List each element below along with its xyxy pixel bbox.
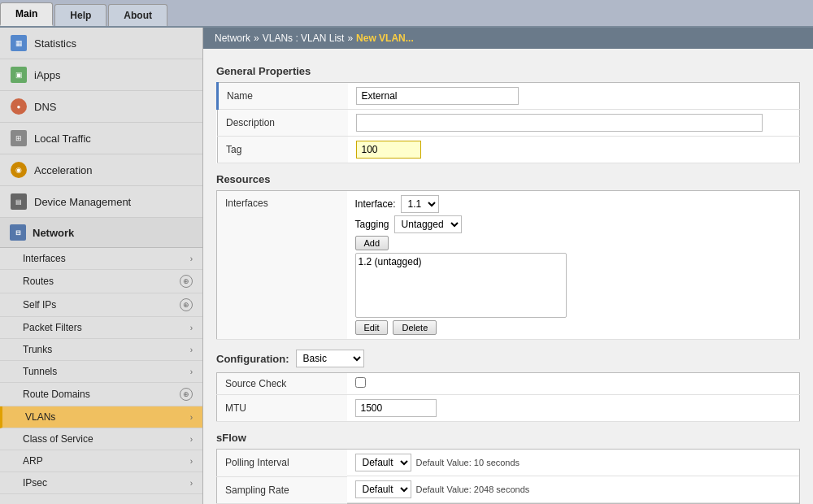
sidebar-item-ipsec[interactable]: IPsec ›	[0, 472, 202, 494]
table-row: Interfaces Interface: 1.1 1.2 1.3	[217, 191, 800, 340]
form-area: General Properties Name Description Tag	[203, 49, 813, 504]
polling-interval-label: Polling Interval	[217, 450, 347, 477]
tag-cell	[348, 137, 800, 163]
stats-icon: ▦	[10, 34, 28, 52]
vlans-label: VLANs	[25, 411, 55, 423]
sampling-rate-cell: Default Default Value: 2048 seconds	[347, 476, 800, 503]
interfaces-label: Interfaces	[23, 253, 66, 264]
description-label: Description	[218, 110, 348, 137]
packet-filters-label: Packet Filters	[23, 322, 82, 333]
ipsec-label: IPsec	[23, 477, 47, 489]
vlans-arrow: ›	[190, 413, 193, 422]
route-domains-circle: ⊕	[180, 388, 193, 401]
source-check-label: Source Check	[217, 373, 347, 395]
packet-filters-arrow: ›	[190, 324, 193, 332]
edit-delete-row: Edit Delete	[355, 320, 792, 335]
sidebar-item-statistics[interactable]: ▦ Statistics	[0, 28, 202, 59]
sidebar-item-arp[interactable]: ARP ›	[0, 450, 202, 472]
sidebar-label-network: Network	[33, 227, 74, 239]
table-row: Description	[218, 110, 800, 137]
interfaces-arrow: ›	[190, 254, 193, 263]
polling-interval-cell: Default Default Value: 10 seconds	[347, 450, 800, 476]
traffic-icon: ⊞	[10, 129, 28, 147]
mtu-cell	[347, 395, 800, 422]
tab-help[interactable]: Help	[54, 4, 107, 26]
description-input[interactable]	[356, 114, 763, 132]
sidebar-item-acceleration[interactable]: ◉ Acceleration	[0, 154, 202, 186]
sampling-rate-select[interactable]: Default	[355, 480, 411, 498]
configuration-mode-select[interactable]: Basic Advanced	[296, 350, 364, 367]
breadcrumb-network: Network	[215, 33, 250, 44]
sidebar-item-interfaces[interactable]: Interfaces ›	[0, 248, 202, 270]
tunnels-arrow: ›	[190, 367, 193, 376]
sflow-table: Polling Interval Default Default Value: …	[216, 449, 800, 504]
arp-arrow: ›	[190, 457, 193, 466]
tag-input[interactable]	[356, 141, 421, 159]
breadcrumb-current: New VLAN...	[356, 33, 414, 44]
route-domains-label: Route Domains	[23, 389, 90, 400]
configuration-table: Source Check MTU	[216, 372, 800, 422]
table-row: Tag	[218, 137, 800, 163]
general-properties-table: Name Description Tag	[216, 82, 800, 163]
sidebar-top-section: ▦ Statistics ▣ iApps ● DNS ⊞ L	[0, 28, 202, 494]
interfaces-inner: Interface: 1.1 1.2 1.3 Tagging	[355, 195, 792, 335]
sidebar-item-iapps[interactable]: ▣ iApps	[0, 59, 202, 91]
trunks-label: Trunks	[23, 344, 52, 355]
tab-main[interactable]: Main	[0, 2, 53, 26]
tagging-label: Tagging	[355, 219, 389, 230]
resources-title: Resources	[216, 173, 800, 185]
sidebar-label-iapps: iApps	[34, 69, 61, 81]
self-ips-label: Self IPs	[23, 299, 56, 311]
content-area: Network » VLANs : VLAN List » New VLAN..…	[203, 28, 813, 504]
network-icon: ⊟	[10, 224, 26, 241]
polling-interval-default: Default Value: 10 seconds	[416, 458, 520, 467]
interfaces-list[interactable]: 1.2 (untagged)	[355, 253, 567, 318]
sidebar-item-routes[interactable]: Routes ⊕	[0, 270, 202, 293]
sidebar-label-device-management: Device Management	[34, 196, 131, 208]
description-cell	[348, 110, 800, 137]
sidebar-label-acceleration: Acceleration	[34, 164, 93, 176]
mtu-label: MTU	[217, 395, 347, 422]
breadcrumb-sep2: »	[347, 33, 353, 44]
delete-button[interactable]: Delete	[393, 320, 437, 335]
name-label: Name	[218, 83, 348, 110]
sampling-rate-label: Sampling Rate	[217, 476, 347, 504]
breadcrumb-vlans: VLANs : VLAN List	[263, 33, 345, 44]
table-row: Name	[218, 83, 800, 110]
table-row: MTU	[217, 395, 800, 422]
accel-icon: ◉	[10, 161, 28, 179]
sidebar-item-packet-filters[interactable]: Packet Filters ›	[0, 317, 202, 339]
routes-circle: ⊕	[180, 275, 193, 288]
sidebar-item-self-ips[interactable]: Self IPs ⊕	[0, 293, 202, 317]
tab-about[interactable]: About	[108, 4, 167, 26]
table-row: Sampling Rate Default Default Value: 204…	[217, 476, 800, 504]
source-check-checkbox[interactable]	[355, 377, 366, 388]
tag-label: Tag	[218, 137, 348, 163]
sidebar-item-trunks[interactable]: Trunks ›	[0, 339, 202, 361]
sidebar-item-class-of-service[interactable]: Class of Service ›	[0, 428, 202, 450]
arp-label: ARP	[23, 455, 43, 467]
interface-select[interactable]: 1.1 1.2 1.3	[401, 195, 439, 213]
sidebar-item-route-domains[interactable]: Route Domains ⊕	[0, 383, 202, 406]
tagging-select[interactable]: Untagged Tagged	[394, 215, 462, 233]
configuration-label: Configuration:	[216, 353, 289, 365]
sidebar-item-device-management[interactable]: ▤ Device Management	[0, 186, 202, 218]
sidebar-item-vlans[interactable]: VLANs ›	[0, 406, 202, 428]
breadcrumb: Network » VLANs : VLAN List » New VLAN..…	[203, 28, 813, 49]
sidebar-item-tunnels[interactable]: Tunnels ›	[0, 361, 202, 383]
edit-button[interactable]: Edit	[355, 320, 389, 335]
sidebar-item-local-traffic[interactable]: ⊞ Local Traffic	[0, 123, 202, 154]
add-button[interactable]: Add	[355, 236, 389, 250]
trunks-arrow: ›	[190, 345, 193, 354]
tunnels-label: Tunnels	[23, 366, 57, 377]
table-row: Polling Interval Default Default Value: …	[217, 450, 800, 477]
mtu-input[interactable]	[355, 399, 437, 417]
sidebar-item-network[interactable]: ⊟ Network	[0, 218, 202, 248]
polling-interval-select[interactable]: Default	[355, 454, 411, 471]
name-input[interactable]	[356, 87, 519, 105]
sidebar: ▦ Statistics ▣ iApps ● DNS ⊞ L	[0, 28, 203, 504]
device-icon: ▤	[10, 193, 28, 211]
sidebar-item-dns[interactable]: ● DNS	[0, 91, 202, 123]
main-layout: ▦ Statistics ▣ iApps ● DNS ⊞ L	[0, 28, 813, 504]
interfaces-list-row: 1.2 (untagged)	[355, 253, 792, 318]
